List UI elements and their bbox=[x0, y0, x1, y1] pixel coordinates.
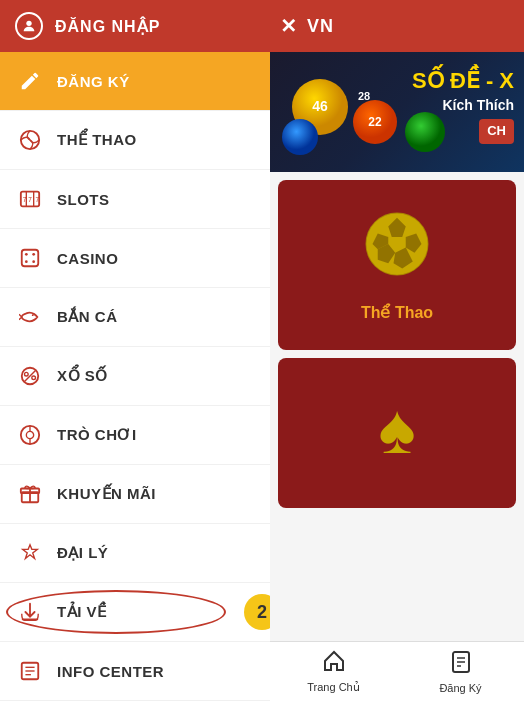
slots-icon: 7 7 7 bbox=[15, 184, 45, 214]
sidebar-item-casino-label: CASINO bbox=[57, 250, 118, 267]
sidebar-item-dang-ky[interactable]: ĐĂNG KÝ bbox=[0, 52, 270, 111]
casino-icon bbox=[15, 243, 45, 273]
svg-point-40 bbox=[282, 119, 318, 155]
sidebar-item-xo-so-label: XỔ SỐ bbox=[57, 367, 108, 385]
home-icon bbox=[322, 649, 346, 679]
the-thao-card[interactable]: Thể Thao bbox=[278, 180, 516, 350]
fish-icon bbox=[15, 302, 45, 332]
sidebar-item-casino[interactable]: CASINO bbox=[0, 229, 270, 288]
register-icon bbox=[449, 650, 473, 680]
nav-dang-ky[interactable]: Đăng Ký bbox=[397, 642, 524, 701]
top-bar: ✕ VN bbox=[270, 0, 524, 52]
close-button[interactable]: ✕ bbox=[280, 14, 297, 38]
sidebar-item-tro-choi[interactable]: TRÒ CHƠI bbox=[0, 406, 270, 465]
bottom-nav: Trang Chủ Đăng Ký bbox=[270, 641, 524, 701]
svg-point-19 bbox=[26, 431, 33, 438]
sidebar-item-tai-ve-label: TẢI VỀ bbox=[57, 603, 107, 621]
sidebar-item-xo-so[interactable]: XỔ SỐ bbox=[0, 347, 270, 406]
sidebar-item-the-thao-label: THỂ THAO bbox=[57, 131, 137, 149]
sidebar-item-dai-ly-label: ĐẠI LÝ bbox=[57, 544, 108, 562]
sports-icon bbox=[15, 125, 45, 155]
svg-text:7: 7 bbox=[28, 196, 32, 203]
the-thao-card-label: Thể Thao bbox=[361, 303, 433, 322]
gift-icon bbox=[15, 479, 45, 509]
svg-text:7: 7 bbox=[36, 196, 40, 203]
sidebar-item-ban-ca-label: BẮN CÁ bbox=[57, 308, 118, 326]
banner-cta[interactable]: CH bbox=[479, 119, 514, 144]
sidebar-item-info-center[interactable]: INFO CENTER bbox=[0, 642, 270, 701]
sidebar-item-tai-ve[interactable]: TẢI VỀ 2 bbox=[0, 583, 270, 642]
casino-card[interactable]: ♠ bbox=[278, 358, 516, 508]
sidebar-item-info-center-label: INFO CENTER bbox=[57, 663, 164, 680]
banner-subtitle: Kích Thích bbox=[412, 96, 514, 114]
sidebar-header[interactable]: ĐĂNG NHẬP bbox=[0, 0, 270, 52]
sidebar-header-title: ĐĂNG NHẬP bbox=[55, 17, 160, 36]
svg-point-10 bbox=[32, 253, 35, 256]
sidebar-item-khuyen-mai[interactable]: KHUYẾN MÃI bbox=[0, 465, 270, 524]
sidebar-item-slots[interactable]: 7 7 7 SLOTS bbox=[0, 170, 270, 229]
casino-card-icon: ♠ bbox=[378, 389, 415, 469]
svg-point-12 bbox=[32, 260, 35, 263]
ball-number-28: 28 bbox=[358, 90, 370, 102]
tai-ve-badge: 2 bbox=[244, 594, 270, 630]
nav-trang-chu[interactable]: Trang Chủ bbox=[270, 642, 397, 701]
svg-point-15 bbox=[25, 372, 29, 376]
sidebar-item-slots-label: SLOTS bbox=[57, 191, 110, 208]
sidebar-item-dang-ky-label: ĐĂNG KÝ bbox=[57, 73, 130, 90]
game-icon bbox=[15, 420, 45, 450]
user-icon bbox=[15, 12, 43, 40]
banner-title-line1: SỐ ĐỀ - X bbox=[412, 67, 514, 96]
banner: 46 22 SỐ ĐỀ - X Kích Thích CH 28 bbox=[270, 52, 524, 172]
svg-point-0 bbox=[26, 21, 31, 26]
svg-point-11 bbox=[25, 260, 28, 263]
the-thao-card-icon bbox=[362, 209, 432, 293]
sidebar-item-tro-choi-label: TRÒ CHƠI bbox=[57, 426, 137, 444]
svg-rect-8 bbox=[22, 250, 39, 267]
svg-point-9 bbox=[25, 253, 28, 256]
edit-icon bbox=[15, 66, 45, 96]
content-cards: Thể Thao ♠ bbox=[270, 172, 524, 641]
svg-point-13 bbox=[32, 314, 34, 316]
svg-text:7: 7 bbox=[23, 196, 27, 203]
nav-dang-ky-label: Đăng Ký bbox=[439, 682, 481, 694]
agent-icon bbox=[15, 538, 45, 568]
nav-trang-chu-label: Trang Chủ bbox=[307, 681, 359, 694]
info-icon bbox=[15, 656, 45, 686]
sidebar-item-the-thao[interactable]: THỂ THAO bbox=[0, 111, 270, 170]
svg-text:22: 22 bbox=[368, 115, 382, 129]
sidebar-item-khuyen-mai-label: KHUYẾN MÃI bbox=[57, 485, 156, 503]
sidebar-item-ban-ca[interactable]: BẮN CÁ bbox=[0, 288, 270, 347]
sidebar-item-dai-ly[interactable]: ĐẠI LÝ bbox=[0, 524, 270, 583]
svg-point-16 bbox=[32, 376, 36, 380]
svg-text:46: 46 bbox=[312, 98, 328, 114]
right-panel: ✕ VN bbox=[270, 0, 524, 701]
download-icon bbox=[15, 597, 45, 627]
banner-title: SỐ ĐỀ - X Kích Thích CH bbox=[412, 67, 514, 144]
sidebar: ĐĂNG NHẬP ĐĂNG KÝ THỂ THAO 7 bbox=[0, 0, 270, 701]
brand-text: VN bbox=[307, 16, 334, 37]
lottery-icon bbox=[15, 361, 45, 391]
